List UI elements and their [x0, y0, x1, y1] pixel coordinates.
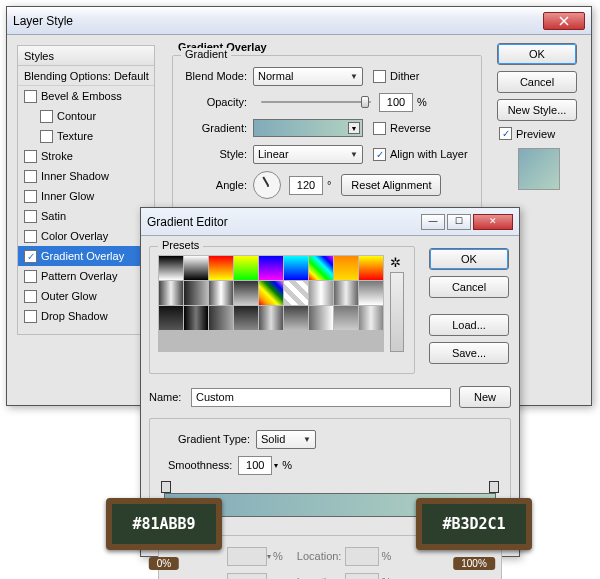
preset-swatch[interactable]: [234, 256, 258, 280]
blending-options-item[interactable]: Blending Options: Default: [18, 66, 154, 86]
style-checkbox[interactable]: [40, 110, 53, 123]
scrollbar[interactable]: [390, 272, 404, 352]
chevron-down-icon: ▼: [350, 150, 358, 159]
style-item[interactable]: Outer Glow: [18, 286, 154, 306]
angle-dial[interactable]: [253, 171, 281, 199]
preset-swatch[interactable]: [259, 281, 283, 305]
style-checkbox[interactable]: [24, 270, 37, 283]
preset-swatch[interactable]: [159, 281, 183, 305]
style-item[interactable]: Inner Glow: [18, 186, 154, 206]
gradient-editor-titlebar[interactable]: Gradient Editor — ☐ ✕: [141, 208, 519, 236]
style-checkbox[interactable]: [24, 230, 37, 243]
preset-swatch[interactable]: [234, 281, 258, 305]
style-item[interactable]: Satin: [18, 206, 154, 226]
chevron-down-icon[interactable]: ▾: [274, 461, 278, 470]
style-item[interactable]: Color Overlay: [18, 226, 154, 246]
blend-mode-select[interactable]: Normal▼: [253, 67, 363, 86]
style-checkbox[interactable]: [24, 170, 37, 183]
chevron-down-icon: ▼: [348, 122, 360, 134]
gradient-type-label: Gradient Type:: [178, 433, 250, 445]
dither-checkbox[interactable]: [373, 70, 386, 83]
align-checkbox[interactable]: ✓: [373, 148, 386, 161]
load-button[interactable]: Load...: [429, 314, 509, 336]
gradient-picker[interactable]: ▼: [253, 119, 363, 137]
gradient-type-select[interactable]: Solid▼: [256, 430, 316, 449]
style-item[interactable]: Texture: [18, 126, 154, 146]
preset-swatch[interactable]: [184, 256, 208, 280]
style-item[interactable]: ✓Gradient Overlay: [18, 246, 154, 266]
preset-swatch[interactable]: [284, 281, 308, 305]
style-item[interactable]: Contour: [18, 106, 154, 126]
style-checkbox[interactable]: ✓: [24, 250, 37, 263]
cancel-button[interactable]: Cancel: [497, 71, 577, 93]
chevron-down-icon: ▼: [303, 435, 311, 444]
preset-swatch[interactable]: [184, 281, 208, 305]
opacity-stop-left[interactable]: [161, 481, 171, 493]
smoothness-input[interactable]: 100: [238, 456, 272, 475]
style-select[interactable]: Linear▼: [253, 145, 363, 164]
angle-input[interactable]: 120: [289, 176, 323, 195]
preset-swatch[interactable]: [234, 306, 258, 330]
style-item[interactable]: Bevel & Emboss: [18, 86, 154, 106]
preset-swatch[interactable]: [359, 256, 383, 280]
align-label: Align with Layer: [390, 148, 468, 160]
preset-swatch[interactable]: [209, 256, 233, 280]
preset-swatch[interactable]: [309, 281, 333, 305]
preset-grid[interactable]: [158, 255, 384, 352]
preset-swatch[interactable]: [284, 306, 308, 330]
ok-button[interactable]: OK: [497, 43, 577, 65]
chevron-down-icon: ▼: [350, 72, 358, 81]
dither-label: Dither: [390, 70, 419, 82]
preset-swatch[interactable]: [334, 256, 358, 280]
maximize-button[interactable]: ☐: [447, 214, 471, 230]
style-item[interactable]: Stroke: [18, 146, 154, 166]
style-item[interactable]: Inner Shadow: [18, 166, 154, 186]
opacity-input[interactable]: 100: [379, 93, 413, 112]
save-button[interactable]: Save...: [429, 342, 509, 364]
preview-checkbox[interactable]: ✓: [499, 127, 512, 140]
reverse-checkbox[interactable]: [373, 122, 386, 135]
preset-swatch[interactable]: [359, 281, 383, 305]
preset-swatch[interactable]: [259, 256, 283, 280]
new-button[interactable]: New: [459, 386, 511, 408]
annotation-right: #B3D2C1 100%: [416, 498, 532, 560]
ok-button[interactable]: OK: [429, 248, 509, 270]
style-checkbox[interactable]: [24, 290, 37, 303]
style-item[interactable]: Drop Shadow: [18, 306, 154, 326]
name-input[interactable]: Custom: [191, 388, 451, 407]
opacity-slider[interactable]: [261, 93, 371, 111]
style-checkbox[interactable]: [24, 210, 37, 223]
angle-label: Angle:: [181, 179, 253, 191]
preset-swatch[interactable]: [284, 256, 308, 280]
preset-swatch[interactable]: [334, 281, 358, 305]
preset-swatch[interactable]: [209, 306, 233, 330]
style-checkbox[interactable]: [24, 310, 37, 323]
blend-mode-label: Blend Mode:: [181, 70, 253, 82]
preset-swatch[interactable]: [159, 306, 183, 330]
close-button[interactable]: ✕: [473, 214, 513, 230]
new-style-button[interactable]: New Style...: [497, 99, 577, 121]
preset-swatch[interactable]: [359, 306, 383, 330]
preset-swatch[interactable]: [334, 306, 358, 330]
layer-style-titlebar[interactable]: Layer Style: [7, 7, 591, 35]
preset-swatch[interactable]: [159, 256, 183, 280]
preset-swatch[interactable]: [259, 306, 283, 330]
opacity-stop-right[interactable]: [489, 481, 499, 493]
preset-swatch[interactable]: [309, 306, 333, 330]
style-checkbox[interactable]: [40, 130, 53, 143]
style-item[interactable]: Pattern Overlay: [18, 266, 154, 286]
cancel-button[interactable]: Cancel: [429, 276, 509, 298]
gear-icon[interactable]: ✲: [390, 255, 404, 270]
color-stop-input: [227, 573, 267, 580]
style-checkbox[interactable]: [24, 90, 37, 103]
preset-swatch[interactable]: [309, 256, 333, 280]
preview-label: Preview: [516, 128, 555, 140]
style-checkbox[interactable]: [24, 190, 37, 203]
preset-swatch[interactable]: [209, 281, 233, 305]
preset-swatch[interactable]: [184, 306, 208, 330]
minimize-button[interactable]: —: [421, 214, 445, 230]
close-icon: [559, 16, 569, 26]
close-button[interactable]: [543, 12, 585, 30]
reset-alignment-button[interactable]: Reset Alignment: [341, 174, 441, 196]
style-checkbox[interactable]: [24, 150, 37, 163]
